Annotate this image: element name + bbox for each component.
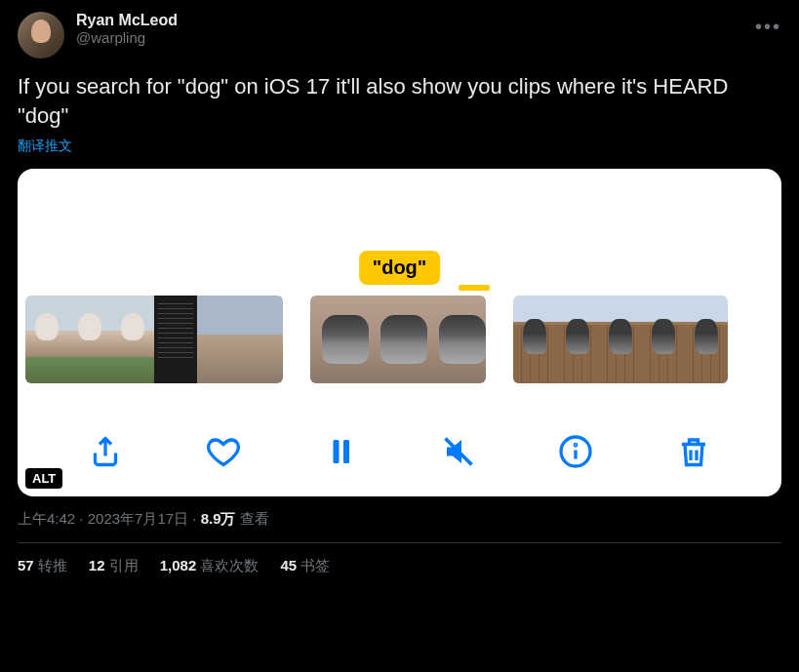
retweets-label: 转推 [38, 557, 67, 573]
thumbnail [68, 296, 111, 383]
pause-icon[interactable] [323, 434, 358, 469]
stat-likes[interactable]: 1,082 喜欢次数 [160, 557, 260, 575]
stat-retweets[interactable]: 57 转推 [18, 557, 67, 575]
thumbnail [513, 296, 556, 383]
thumbnail [25, 296, 68, 383]
thumbnail [685, 296, 728, 383]
likes-count: 1,082 [160, 557, 197, 573]
handle: @warpling [76, 29, 178, 46]
translate-link[interactable]: 翻译推文 [18, 138, 781, 155]
video-timeline[interactable] [18, 296, 781, 383]
thumbnail [642, 296, 685, 383]
alt-badge[interactable]: ALT [25, 468, 62, 489]
thumbnail [369, 296, 427, 383]
tweet-header: Ryan McLeod @warpling ••• [18, 12, 781, 59]
mute-icon[interactable] [441, 434, 476, 469]
bookmarks-label: 书签 [300, 557, 330, 573]
retweets-count: 57 [18, 557, 34, 573]
stat-quotes[interactable]: 12 引用 [89, 557, 139, 575]
svg-point-5 [576, 445, 578, 447]
svg-rect-0 [334, 440, 340, 463]
divider [18, 542, 781, 543]
media-card[interactable]: "dog" [18, 169, 781, 496]
tweet-container: Ryan McLeod @warpling ••• If you search … [0, 0, 799, 587]
bookmarks-count: 45 [280, 557, 297, 573]
likes-label: 喜欢次数 [200, 557, 259, 573]
thumbnail [427, 296, 486, 383]
media-inner: "dog" [18, 169, 781, 496]
thumbnail [111, 296, 154, 383]
thumbnail [599, 296, 642, 383]
quotes-count: 12 [89, 557, 105, 573]
thumbnail [310, 296, 369, 383]
heart-icon[interactable] [206, 434, 241, 469]
avatar[interactable] [18, 12, 64, 59]
meta-line: 上午4:42 · 2023年7月17日 · 8.9万 查看 [18, 510, 781, 529]
search-label-bubble: "dog" [359, 251, 441, 285]
stat-bookmarks[interactable]: 45 书签 [280, 557, 330, 575]
info-icon[interactable] [558, 434, 593, 469]
clip-group-2[interactable] [310, 296, 486, 383]
post-date[interactable]: 2023年7月17日 [88, 510, 188, 527]
tweet-text: If you search for "dog" on iOS 17 it'll … [18, 72, 781, 130]
thumbnail [240, 296, 283, 383]
stats-row: 57 转推 12 引用 1,082 喜欢次数 45 书签 [18, 557, 781, 575]
timeline-marker [459, 285, 490, 291]
quotes-label: 引用 [109, 557, 139, 573]
post-time[interactable]: 上午4:42 [18, 510, 75, 527]
media-toolbar [18, 434, 781, 469]
display-name: Ryan McLeod [76, 12, 178, 29]
thumbnail [556, 296, 599, 383]
views-label: 查看 [240, 510, 269, 527]
more-icon[interactable]: ••• [755, 16, 781, 38]
author-block[interactable]: Ryan McLeod @warpling [76, 12, 178, 46]
trash-icon[interactable] [676, 434, 711, 469]
thumbnail [154, 296, 197, 383]
thumbnail [197, 296, 240, 383]
views-count: 8.9万 [201, 510, 236, 527]
share-icon[interactable] [88, 434, 123, 469]
clip-group-3[interactable] [513, 296, 728, 383]
clip-group-1[interactable] [25, 296, 283, 383]
svg-rect-1 [343, 440, 349, 463]
